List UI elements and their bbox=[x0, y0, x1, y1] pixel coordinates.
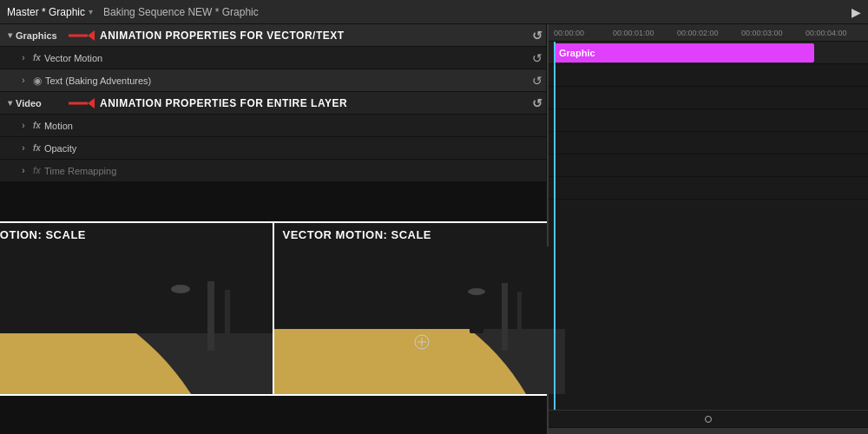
time-remap-track bbox=[549, 177, 868, 200]
motion-scale-image bbox=[0, 247, 273, 394]
breadcrumb-master: Master * Graphic bbox=[7, 6, 85, 18]
timecode-1: 00:00:01:00 bbox=[613, 29, 654, 37]
graphics-section-title: ANIMATION PROPERTIES FOR VECTOR/TEXT bbox=[100, 30, 345, 42]
motion-expand[interactable]: › bbox=[17, 121, 30, 130]
video-reset-icon[interactable]: ↺ bbox=[532, 96, 542, 110]
video-section-title: ANIMATION PROPERTIES FOR ENTIRE LAYER bbox=[100, 97, 347, 109]
video-track bbox=[549, 109, 868, 132]
graphics-section-label: Graphics bbox=[16, 30, 63, 41]
opacity-label: Opacity bbox=[44, 143, 76, 154]
text-expand[interactable]: › bbox=[17, 76, 30, 85]
opacity-track bbox=[549, 155, 868, 177]
top-bar: Master * Graphic ▾ Baking Sequence NEW *… bbox=[0, 0, 868, 24]
graphics-arrow-icon bbox=[69, 30, 95, 41]
svg-rect-6 bbox=[207, 281, 214, 351]
svg-rect-14 bbox=[502, 283, 508, 351]
motion-fx-badge: fx bbox=[33, 121, 41, 130]
vector-motion-row: › fx Vector Motion ↺ bbox=[0, 47, 546, 69]
vector-motion-track bbox=[549, 64, 868, 87]
timecode-4: 00:00:04:00 bbox=[806, 29, 847, 37]
motion-track bbox=[549, 132, 868, 155]
video-section-label: Video bbox=[16, 98, 63, 108]
graphics-section-header: ▾ Graphics ANIMATION PROPERTIES FOR VECT… bbox=[0, 24, 546, 47]
svg-rect-7 bbox=[225, 290, 230, 351]
opacity-expand[interactable]: › bbox=[17, 143, 30, 153]
opacity-row: › fx Opacity bbox=[0, 137, 546, 160]
svg-point-5 bbox=[171, 285, 190, 293]
timeline-scrollbar[interactable] bbox=[549, 427, 868, 434]
motion-scale-title: MOTION: SCALE bbox=[0, 223, 273, 247]
motion-scale-panel: MOTION: SCALE bbox=[0, 223, 273, 394]
graphic-clip[interactable]: Graphic bbox=[554, 43, 814, 62]
graphic-clip-label: Graphic bbox=[559, 48, 595, 58]
eye-icon[interactable]: ◉ bbox=[33, 75, 42, 87]
preview-container: MOTION: SCALE bbox=[0, 221, 567, 396]
text-label: Text (Baking Adventures) bbox=[45, 76, 151, 86]
text-track bbox=[549, 87, 868, 109]
timecode-2: 00:00:02:00 bbox=[677, 29, 719, 37]
svg-rect-2 bbox=[0, 247, 273, 333]
opacity-fx-badge: fx bbox=[33, 143, 41, 153]
svg-rect-3 bbox=[173, 299, 188, 333]
playhead[interactable] bbox=[554, 42, 556, 410]
graphics-expand-toggle[interactable]: ▾ bbox=[3, 30, 16, 40]
timecode-ruler: 00:00:00 00:00:01:00 00:00:02:00 00:00:0… bbox=[549, 24, 868, 42]
vector-motion-label: Vector Motion bbox=[44, 53, 102, 63]
time-remapping-expand[interactable]: › bbox=[17, 166, 30, 175]
main-layout: ▾ Graphics ANIMATION PROPERTIES FOR VECT… bbox=[0, 24, 868, 434]
vector-motion-fx-badge: fx bbox=[33, 53, 41, 62]
timeline-body[interactable]: Graphic bbox=[549, 42, 868, 410]
vector-motion-expand[interactable]: › bbox=[17, 53, 30, 62]
motion-row: › fx Motion bbox=[0, 115, 546, 137]
video-section-header: ▾ Video ANIMATION PROPERTIES FOR ENTIRE … bbox=[0, 92, 546, 115]
graphic-clip-row: Graphic bbox=[549, 42, 868, 64]
chevron-icon[interactable]: ▾ bbox=[89, 7, 93, 16]
play-button[interactable]: ▶ bbox=[852, 5, 861, 19]
svg-point-13 bbox=[468, 288, 485, 295]
right-panel: 00:00:00 00:00:01:00 00:00:02:00 00:00:0… bbox=[547, 24, 868, 434]
text-row: › ◉ Text (Baking Adventures) ↺ bbox=[0, 69, 546, 92]
timecode-3: 00:00:03:00 bbox=[741, 29, 783, 37]
graphics-reset-icon[interactable]: ↺ bbox=[532, 29, 542, 43]
time-remapping-row: › fx Time Remapping bbox=[0, 160, 546, 182]
video-arrow-icon bbox=[69, 98, 95, 108]
video-expand-toggle[interactable]: ▾ bbox=[3, 98, 16, 108]
svg-rect-15 bbox=[517, 292, 522, 351]
motion-label: Motion bbox=[44, 121, 73, 131]
svg-rect-11 bbox=[470, 300, 483, 333]
sequence-label: Baking Sequence NEW * Graphic bbox=[103, 6, 259, 18]
vector-motion-scale-panel: VECTOR MOTION: SCALE bbox=[274, 223, 565, 394]
text-reset[interactable]: ↺ bbox=[532, 74, 542, 88]
vector-motion-reset[interactable]: ↺ bbox=[532, 51, 542, 65]
vector-motion-scale-image bbox=[274, 247, 565, 394]
time-remapping-fx-badge: fx bbox=[33, 166, 41, 175]
timecode-0: 00:00:00 bbox=[554, 29, 584, 37]
breadcrumb[interactable]: Master * Graphic ▾ bbox=[7, 6, 93, 18]
time-remapping-label: Time Remapping bbox=[44, 166, 116, 176]
vector-motion-scale-title: VECTOR MOTION: SCALE bbox=[274, 223, 565, 247]
playhead-circle bbox=[705, 416, 712, 423]
left-panel: ▾ Graphics ANIMATION PROPERTIES FOR VECT… bbox=[0, 24, 547, 434]
timeline-bottom-bar bbox=[549, 410, 868, 427]
preview-area: MOTION: SCALE bbox=[0, 182, 546, 434]
